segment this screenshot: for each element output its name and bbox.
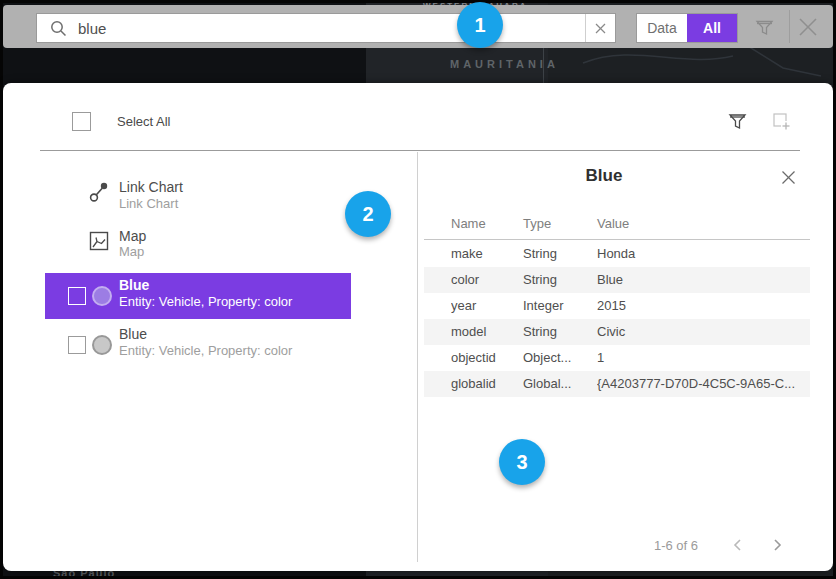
cell-name: color [451,267,523,293]
result-checkbox[interactable] [68,287,86,305]
cell-type: Integer [523,293,597,319]
close-x-icon [781,170,796,185]
scope-option-data[interactable]: Data [637,14,687,42]
search-overlay-screen: WESTERN SAHARA MAURITANIA São Paulo Data [0,0,836,579]
detail-title: Blue [424,166,784,186]
close-x-icon [796,15,820,39]
cell-value: Blue [597,267,810,293]
search-scope-toggle: Data All [636,13,738,43]
search-filter-button[interactable] [752,15,776,39]
attribute-table: make String Honda color String Blue year… [424,241,810,397]
cell-name: model [451,319,523,345]
table-row: year Integer 2015 [424,293,810,319]
cell-type: String [523,267,597,293]
panel-vertical-divider [417,152,418,562]
panel-divider [40,150,800,151]
table-row: globalid Global... {A4203777-D70D-4C5C-9… [424,371,810,397]
cell-type: Object... [523,345,597,371]
table-row: objectid Object... 1 [424,345,810,371]
cell-name: year [451,293,523,319]
link-chart-icon [87,177,111,205]
result-checkbox[interactable] [68,336,86,354]
map-label-mauritania: MAURITANIA [450,58,559,70]
cell-value: 1 [597,345,810,371]
add-selection-icon [771,111,792,132]
cell-value: 2015 [597,293,810,319]
cell-value: {A4203777-D70D-4C5C-9A65-C... [597,371,810,397]
result-item-blue-selected[interactable]: Blue Entity: Vehicle, Property: color [45,273,351,319]
cell-value: Honda [597,241,810,267]
result-subtitle: Entity: Vehicle, Property: color [119,343,292,358]
detail-close-button[interactable] [778,167,798,187]
cell-type: String [523,241,597,267]
result-subtitle: Link Chart [119,196,178,211]
search-results-panel: Select All [3,83,833,571]
cell-name: objectid [451,345,523,371]
table-row: make String Honda [424,241,810,267]
scope-option-all[interactable]: All [687,14,737,42]
funnel-icon [755,18,774,37]
cell-type: String [523,319,597,345]
funnel-icon [728,112,747,131]
cell-name: make [451,241,523,267]
results-filter-button[interactable] [725,109,749,133]
result-title: Map [119,228,146,244]
select-all-checkbox[interactable] [72,112,91,131]
search-toolbar: Data All [3,5,833,48]
chevron-right-icon [773,538,783,552]
map-icon [88,230,110,252]
chevron-left-icon [732,538,742,552]
table-header-divider [424,239,810,240]
result-subtitle: Entity: Vehicle, Property: color [119,294,292,309]
cell-type: Global... [523,371,597,397]
column-header-type: Type [523,216,597,231]
cell-name: globalid [451,371,523,397]
result-subtitle: Map [119,244,144,259]
search-icon [37,20,67,37]
callout-badge-3: 3 [499,439,545,485]
search-input[interactable] [78,20,585,37]
clear-x-icon [595,23,606,34]
pagination-label: 1-6 of 6 [618,538,698,553]
pagination-prev-button[interactable] [728,536,746,554]
search-clear-button[interactable] [585,14,615,42]
pagination-next-button[interactable] [769,536,787,554]
result-title: Blue [119,277,149,293]
table-row: color String Blue [424,267,810,293]
entity-circle-icon [92,335,112,355]
table-row: model String Civic [424,319,810,345]
attribute-table-header: Name Type Value [424,216,810,231]
select-all-label: Select All [117,114,170,129]
column-header-value: Value [597,216,810,231]
search-close-button[interactable] [794,13,822,41]
column-header-name: Name [451,216,523,231]
entity-circle-icon [92,286,112,306]
cell-value: Civic [597,319,810,345]
callout-badge-2: 2 [345,191,391,237]
search-box[interactable] [36,13,616,43]
toolbar-divider [789,10,790,43]
callout-badge-1: 1 [457,2,503,48]
result-title: Blue [119,326,147,342]
result-title: Link Chart [119,179,183,195]
add-to-selection-button[interactable] [769,109,793,133]
